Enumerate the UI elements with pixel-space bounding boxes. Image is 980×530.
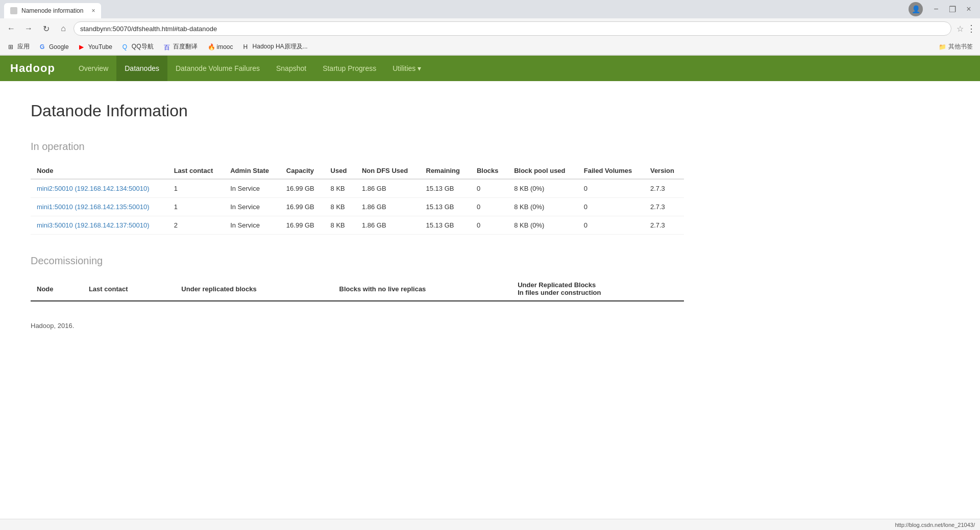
other-bookmarks-label: 其他书签	[948, 42, 973, 51]
forward-button[interactable]: →	[21, 21, 36, 36]
baidu-icon: 百	[164, 43, 171, 51]
utilities-label: Utilities	[393, 64, 415, 72]
table-row: mini3:50010 (192.168.142.137:50010) 2 In…	[31, 216, 684, 235]
cell-capacity: 16.99 GB	[280, 216, 325, 235]
maximize-button[interactable]: ❐	[945, 2, 960, 16]
decomissioning-table: Node Last contact Under replicated block…	[31, 277, 684, 301]
cell-blocks: 0	[471, 198, 508, 216]
col-last-contact: Last contact	[168, 163, 225, 179]
cell-block-pool-used: 8 KB (0%)	[508, 216, 578, 235]
bookmark-hadoop[interactable]: H Hadoop HA原理及...	[239, 41, 312, 52]
qq-icon: Q	[122, 43, 130, 51]
bookmark-imooc[interactable]: 🔥 imooc	[204, 42, 237, 52]
cell-last-contact: 1	[168, 179, 225, 198]
bookmark-qq[interactable]: Q QQ导航	[118, 41, 158, 52]
utilities-dropdown-icon: ▾	[418, 64, 421, 72]
bookmark-google[interactable]: G Google	[36, 42, 73, 52]
title-bar: Namenode information × 👤 − ❐ ×	[0, 0, 980, 18]
col-admin-state: Admin State	[224, 163, 280, 179]
col-remaining: Remaining	[420, 163, 471, 179]
nav-startup-progress[interactable]: Startup Progress	[314, 56, 384, 81]
cell-non-dfs-used: 1.86 GB	[356, 179, 420, 198]
imooc-icon: 🔥	[208, 43, 215, 51]
decomm-col-under-replicated: Under replicated blocks	[175, 277, 333, 301]
col-version: Version	[644, 163, 684, 179]
user-icon-symbol: 👤	[912, 5, 920, 13]
home-button[interactable]: ⌂	[56, 21, 70, 36]
bookmark-baidu-label: 百度翻译	[173, 42, 198, 51]
nav-datanodes[interactable]: Datanodes	[116, 56, 167, 81]
cell-capacity: 16.99 GB	[280, 179, 325, 198]
in-operation-table-body: mini2:50010 (192.168.142.134:50010) 1 In…	[31, 179, 684, 235]
col-used: Used	[325, 163, 356, 179]
in-operation-title: In operation	[31, 141, 684, 153]
tab-title: Namenode information	[21, 7, 83, 14]
bookmarks-bar: ⊞ 应用 G Google ▶ YouTube Q QQ导航 百 百度翻译 🔥 …	[0, 39, 980, 55]
cell-failed-volumes: 0	[578, 179, 644, 198]
cell-blocks: 0	[471, 179, 508, 198]
browser-tab[interactable]: Namenode information ×	[4, 3, 101, 18]
bookmark-hadoop-label: Hadoop HA原理及...	[253, 42, 308, 51]
cell-remaining: 15.13 GB	[420, 216, 471, 235]
footer-text: Hadoop, 2016.	[31, 322, 74, 330]
cell-admin-state: In Service	[224, 216, 280, 235]
col-blocks: Blocks	[471, 163, 508, 179]
close-button[interactable]: ×	[962, 2, 976, 16]
col-block-pool-used: Block pool used	[508, 163, 578, 179]
node-link[interactable]: mini2:50010 (192.168.142.134:50010)	[37, 185, 149, 192]
node-link[interactable]: mini1:50010 (192.168.142.135:50010)	[37, 203, 149, 211]
bookmark-google-label: Google	[49, 43, 69, 51]
bookmark-imooc-label: imooc	[217, 43, 233, 51]
cell-admin-state: In Service	[224, 198, 280, 216]
user-account-icon[interactable]: 👤	[909, 2, 923, 16]
bookmark-baidu[interactable]: 百 百度翻译	[160, 41, 202, 52]
browser-menu-button[interactable]: ⋮	[967, 23, 976, 34]
cell-used: 8 KB	[325, 179, 356, 198]
nav-datanode-volume-failures[interactable]: Datanode Volume Failures	[167, 56, 268, 81]
bookmark-star-button[interactable]: ☆	[957, 24, 964, 34]
node-link[interactable]: mini3:50010 (192.168.142.137:50010)	[37, 221, 149, 229]
cell-remaining: 15.13 GB	[420, 179, 471, 198]
table-row: mini1:50010 (192.168.142.135:50010) 1 In…	[31, 198, 684, 216]
bookmark-other[interactable]: 📁 其他书签	[936, 41, 976, 52]
back-button[interactable]: ←	[4, 21, 18, 36]
cell-used: 8 KB	[325, 216, 356, 235]
decomm-col-node: Node	[31, 277, 83, 301]
in-operation-table-header: Node Last contact Admin State Capacity U…	[31, 163, 684, 179]
table-row: mini2:50010 (192.168.142.134:50010) 1 In…	[31, 179, 684, 198]
browser-chrome: Namenode information × 👤 − ❐ × ← → ↻ ⌂ s…	[0, 0, 980, 56]
nav-utilities[interactable]: Utilities ▾	[384, 56, 429, 81]
cell-block-pool-used: 8 KB (0%)	[508, 179, 578, 198]
reload-button[interactable]: ↻	[39, 21, 53, 36]
in-operation-table: Node Last contact Admin State Capacity U…	[31, 163, 684, 235]
nav-snapshot[interactable]: Snapshot	[268, 56, 314, 81]
main-content: Datanode Information In operation Node L…	[0, 81, 715, 350]
cell-remaining: 15.13 GB	[420, 198, 471, 216]
cell-capacity: 16.99 GB	[280, 198, 325, 216]
hadoop-navbar: Hadoop Overview Datanodes Datanode Volum…	[0, 56, 980, 81]
other-bookmarks-icon: 📁	[939, 43, 946, 51]
cell-version: 2.7.3	[644, 179, 684, 198]
cell-last-contact: 2	[168, 216, 225, 235]
apps-icon: ⊞	[8, 43, 15, 51]
col-node: Node	[31, 163, 168, 179]
cell-non-dfs-used: 1.86 GB	[356, 198, 420, 216]
bookmark-apps-label: 应用	[17, 42, 30, 51]
cell-admin-state: In Service	[224, 179, 280, 198]
cell-last-contact: 1	[168, 198, 225, 216]
cell-failed-volumes: 0	[578, 216, 644, 235]
bookmark-youtube-label: YouTube	[88, 43, 112, 51]
page-title: Datanode Information	[31, 102, 684, 120]
cell-version: 2.7.3	[644, 216, 684, 235]
nav-overview[interactable]: Overview	[70, 56, 116, 81]
bookmark-apps[interactable]: ⊞ 应用	[4, 41, 34, 52]
address-bar[interactable]: standbynn:50070/dfshealth.html#tab-datan…	[74, 21, 951, 36]
cell-non-dfs-used: 1.86 GB	[356, 216, 420, 235]
cell-blocks: 0	[471, 216, 508, 235]
minimize-button[interactable]: −	[929, 2, 943, 16]
cell-failed-volumes: 0	[578, 198, 644, 216]
cell-block-pool-used: 8 KB (0%)	[508, 198, 578, 216]
window-controls: 👤 − ❐ ×	[909, 2, 976, 16]
bookmark-youtube[interactable]: ▶ YouTube	[75, 42, 116, 52]
tab-close-button[interactable]: ×	[91, 7, 95, 14]
